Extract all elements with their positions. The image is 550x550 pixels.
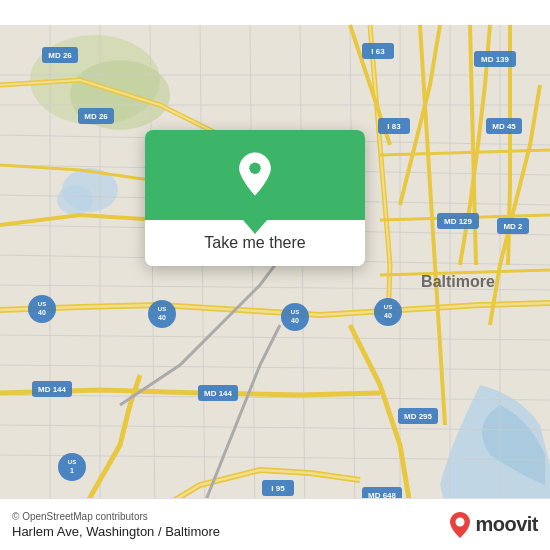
svg-text:US: US: [38, 301, 46, 307]
bottom-left: © OpenStreetMap contributors Harlem Ave,…: [12, 511, 449, 539]
svg-text:I 95: I 95: [271, 484, 285, 493]
moovit-logo: moovit: [449, 511, 538, 539]
location-label: Harlem Ave, Washington / Baltimore: [12, 524, 449, 539]
location-pin-icon: [235, 151, 275, 199]
svg-text:MD 139: MD 139: [481, 55, 510, 64]
svg-text:MD 144: MD 144: [204, 389, 233, 398]
map-background: MD 26 I 63 MD 139 MD 26 MD 26 I 83 MD 45…: [0, 0, 550, 550]
svg-text:MD 129: MD 129: [444, 217, 473, 226]
svg-text:40: 40: [384, 312, 392, 319]
svg-text:MD 26: MD 26: [48, 51, 72, 60]
map-container: MD 26 I 63 MD 139 MD 26 MD 26 I 83 MD 45…: [0, 0, 550, 550]
svg-text:MD 45: MD 45: [492, 122, 516, 131]
popup-triangle: [243, 220, 267, 234]
svg-text:US: US: [68, 459, 76, 465]
svg-text:40: 40: [38, 309, 46, 316]
moovit-pin-icon: [449, 511, 471, 539]
svg-text:MD 2: MD 2: [503, 222, 523, 231]
moovit-brand-text: moovit: [475, 513, 538, 536]
svg-text:1: 1: [70, 467, 74, 474]
popup-header: [145, 130, 365, 220]
bottom-bar: © OpenStreetMap contributors Harlem Ave,…: [0, 498, 550, 550]
svg-text:I 83: I 83: [387, 122, 401, 131]
svg-text:MD 295: MD 295: [404, 412, 433, 421]
svg-point-76: [456, 517, 465, 526]
svg-text:MD 144: MD 144: [38, 385, 67, 394]
popup-card: Take me there: [145, 130, 365, 266]
svg-point-75: [249, 163, 261, 175]
svg-text:Baltimore: Baltimore: [421, 273, 495, 290]
svg-text:US: US: [158, 306, 166, 312]
svg-text:I 63: I 63: [371, 47, 385, 56]
svg-text:MD 26: MD 26: [84, 112, 108, 121]
copyright-text: © OpenStreetMap contributors: [12, 511, 449, 522]
svg-text:40: 40: [291, 317, 299, 324]
svg-text:US: US: [291, 309, 299, 315]
svg-text:US: US: [384, 304, 392, 310]
svg-text:40: 40: [158, 314, 166, 321]
svg-point-2: [57, 185, 93, 215]
